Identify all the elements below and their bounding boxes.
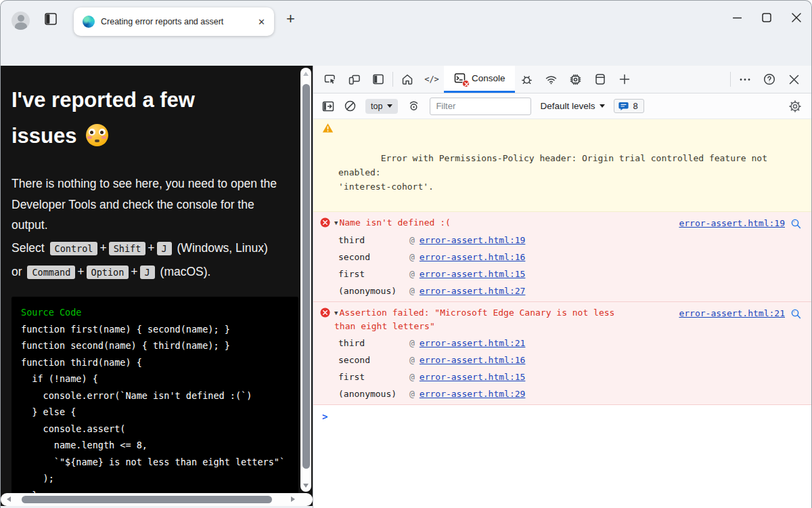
shortcut-select: Select [12, 241, 45, 255]
error-text: Name isn't defined :( [339, 217, 450, 228]
vertical-scrollbar[interactable] [300, 68, 311, 492]
stack-fn: third [338, 335, 409, 352]
stack-frame: second@error-assert.html:16 [338, 249, 802, 266]
tab-close-icon[interactable]: ✕ [256, 17, 267, 27]
kbd-option: Option [87, 266, 129, 279]
browser-tab[interactable]: Creating error reports and assert ✕ [74, 7, 274, 36]
scroll-left-arrow[interactable] [7, 496, 11, 502]
elements-tool-button[interactable]: </> [420, 66, 444, 93]
issues-count: 8 [633, 101, 637, 111]
scroll-right-arrow[interactable] [291, 496, 295, 502]
stack-frame: first@error-assert.html:15 [338, 266, 802, 282]
maximize-button[interactable] [752, 1, 782, 35]
stack-link[interactable]: error-assert.html:15 [420, 368, 526, 385]
warning-text: Error with Permissions-Policy header: Or… [338, 153, 773, 192]
stack-link[interactable]: error-assert.html:15 [420, 266, 526, 282]
console-sidebar-toggle-icon[interactable] [321, 100, 335, 113]
log-levels-dropdown[interactable]: Default levels [540, 101, 605, 111]
at-sign: @ [409, 282, 415, 299]
horizontal-scroll-thumb[interactable] [22, 496, 272, 503]
stack-link[interactable]: error-assert.html:21 [420, 335, 526, 352]
activity-bar-icon [371, 72, 385, 86]
code-line: if (!name) { [21, 371, 298, 387]
workspaces-button[interactable] [43, 11, 59, 27]
more-tools-button[interactable] [612, 66, 637, 93]
clear-console-icon[interactable] [344, 100, 357, 112]
shortcut-mac-note: (macOS). [160, 265, 211, 278]
plus-sign: + [131, 265, 137, 278]
issues-bubble-icon [618, 102, 629, 111]
console-settings-gear-icon[interactable] [788, 100, 802, 113]
stack-link[interactable]: error-assert.html:16 [420, 249, 526, 266]
warning-triangle-icon [322, 123, 334, 133]
navigation-bar: https://microsoftedge.github.io/Demos/de… [1, 36, 811, 66]
stack-link[interactable]: error-assert.html:27 [420, 282, 526, 299]
stack-fn: first [338, 266, 409, 282]
minimize-icon [733, 14, 742, 22]
devtools-close-button[interactable] [782, 66, 806, 93]
live-expression-icon[interactable] [407, 99, 421, 113]
stack-fn: second [338, 352, 409, 368]
vertical-scroll-thumb[interactable] [302, 84, 310, 469]
stack-link[interactable]: error-assert.html:16 [420, 352, 526, 368]
minimize-button[interactable] [722, 1, 752, 35]
javascript-context-selector[interactable]: top [365, 99, 398, 114]
shortcut-win-note: (Windows, Linux) [177, 241, 268, 255]
maximize-icon [762, 13, 771, 22]
cpu-chip-icon [568, 72, 583, 87]
inspect-element-button[interactable] [317, 66, 342, 93]
at-sign: @ [409, 249, 415, 266]
activity-bar-button[interactable] [366, 66, 390, 93]
error-source: error-assert.html:21 [679, 306, 802, 320]
error-source-link[interactable]: error-assert.html:21 [679, 307, 785, 320]
devtools-help-button[interactable] [757, 66, 782, 93]
disclosure-triangle-icon[interactable]: ▼ [334, 310, 338, 316]
devtools-menu-button[interactable] [733, 66, 757, 93]
explain-error-magnifier-icon[interactable] [790, 218, 802, 230]
error-badge-icon [462, 80, 470, 87]
tabbar-spacer [637, 66, 728, 93]
welcome-tool-button[interactable] [395, 66, 420, 93]
at-sign: @ [409, 266, 415, 282]
device-emulation-button[interactable] [342, 66, 366, 93]
bug-icon [520, 72, 534, 87]
close-button[interactable] [782, 1, 811, 35]
stack-trace: third@error-assert.html:21 second@error-… [320, 333, 802, 402]
issues-tool-button[interactable] [515, 66, 539, 93]
at-sign: @ [409, 335, 415, 352]
error-circle-icon [320, 217, 330, 228]
horizontal-scrollbar[interactable] [1, 493, 313, 506]
stack-fn: (anonymous) [338, 385, 409, 402]
console-prompt[interactable]: > [313, 405, 811, 422]
explain-error-magnifier-icon[interactable] [790, 308, 802, 320]
stack-frame: third@error-assert.html:21 [338, 335, 802, 352]
home-icon [401, 72, 414, 86]
at-sign: @ [409, 232, 415, 249]
scroll-up-arrow[interactable] [303, 72, 309, 76]
code-line: function third(name) { [21, 354, 298, 371]
new-tab-button[interactable]: + [286, 12, 295, 26]
console-filter-input[interactable] [430, 98, 531, 115]
shortcut-or: or [12, 265, 22, 278]
page-heading: I've reported a few issues [12, 82, 296, 154]
toolbar-separator [730, 72, 731, 87]
network-tool-button[interactable] [539, 66, 564, 93]
scroll-down-arrow[interactable] [303, 484, 309, 488]
error-circle-icon [320, 308, 330, 318]
kbd-j: J [140, 266, 155, 279]
application-tool-button[interactable] [588, 66, 612, 93]
issues-counter[interactable]: 8 [614, 99, 644, 113]
code-line: ); [21, 470, 298, 487]
console-error-message: ▼Assertion failed: "Microsoft Edge Canar… [313, 302, 811, 405]
performance-tool-button[interactable] [564, 66, 588, 93]
stack-link[interactable]: error-assert.html:29 [420, 385, 526, 402]
devtools-tab-bar: </> Console [313, 66, 811, 93]
stack-fn: (anonymous) [338, 282, 409, 299]
console-tab[interactable]: Console [444, 66, 515, 93]
context-selector-value: top [371, 102, 382, 111]
disclosure-triangle-icon[interactable]: ▼ [334, 219, 338, 226]
error-source-link[interactable]: error-assert.html:19 [679, 217, 785, 230]
profile-avatar[interactable] [12, 12, 30, 30]
console-icon-wrap [453, 72, 466, 85]
stack-link[interactable]: error-assert.html:19 [420, 232, 526, 249]
